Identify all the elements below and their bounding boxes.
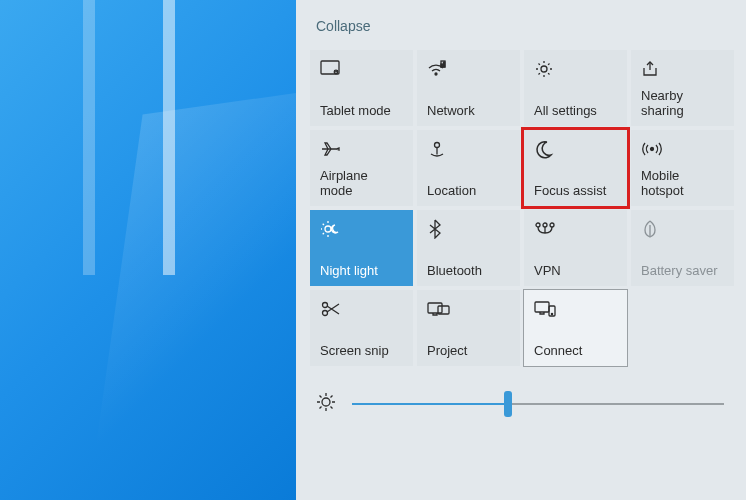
tile-project[interactable]: Project	[417, 290, 520, 366]
svg-point-10	[536, 223, 540, 227]
tile-label: Connect	[534, 344, 617, 358]
leaf-icon	[641, 218, 724, 240]
snip-icon	[320, 298, 403, 320]
tablet-icon	[320, 58, 403, 80]
brightness-thumb[interactable]	[504, 391, 512, 417]
tile-label: Project	[427, 344, 510, 358]
brightness-slider[interactable]	[310, 390, 734, 418]
svg-point-14	[323, 311, 328, 316]
tile-mobile-hotspot[interactable]: Mobile hotspot	[631, 130, 734, 206]
tile-focus-assist[interactable]: Focus assist	[524, 130, 627, 206]
tile-label: VPN	[534, 264, 617, 278]
tile-label: Nearby sharing	[641, 89, 724, 118]
vpn-icon	[534, 218, 617, 240]
desktop-wallpaper	[0, 0, 296, 500]
tile-nearby-sharing[interactable]: Nearby sharing	[631, 50, 734, 126]
tile-label: Network	[427, 104, 510, 118]
svg-point-13	[323, 303, 328, 308]
tile-night-light[interactable]: Night light	[310, 210, 413, 286]
bluetooth-icon	[427, 218, 510, 240]
svg-point-7	[435, 143, 440, 148]
airplane-icon	[320, 138, 403, 160]
brightness-icon	[314, 390, 338, 418]
tile-vpn[interactable]: VPN	[524, 210, 627, 286]
svg-point-20	[322, 398, 330, 406]
tile-airplane-mode[interactable]: Airplane mode	[310, 130, 413, 206]
svg-rect-17	[535, 302, 549, 312]
action-center-panel: Collapse Tablet mode	[296, 0, 746, 500]
night-light-icon	[320, 218, 403, 240]
tile-label: Tablet mode	[320, 104, 403, 118]
connect-icon	[534, 298, 617, 320]
tile-battery-saver[interactable]: Battery saver	[631, 210, 734, 286]
tile-label: Focus assist	[534, 184, 617, 198]
project-icon	[427, 298, 510, 320]
tile-tablet-mode[interactable]: Tablet mode	[310, 50, 413, 126]
svg-point-6	[541, 66, 547, 72]
moon-icon	[534, 138, 617, 160]
tile-label: Battery saver	[641, 264, 724, 278]
tile-bluetooth[interactable]: Bluetooth	[417, 210, 520, 286]
tile-label: Bluetooth	[427, 264, 510, 278]
tile-label: Airplane mode	[320, 169, 403, 198]
tile-all-settings[interactable]: All settings	[524, 50, 627, 126]
svg-point-11	[543, 223, 547, 227]
svg-rect-5	[444, 62, 445, 67]
collapse-link[interactable]: Collapse	[310, 18, 734, 34]
tile-label: Mobile hotspot	[641, 169, 724, 198]
brightness-track[interactable]	[352, 403, 724, 405]
tile-label: Location	[427, 184, 510, 198]
svg-rect-15	[428, 303, 442, 313]
quick-action-tiles: Tablet mode Network	[310, 50, 734, 366]
hotspot-icon	[641, 138, 724, 160]
tile-label: Night light	[320, 264, 403, 278]
tile-label: All settings	[534, 104, 617, 118]
svg-point-12	[550, 223, 554, 227]
tile-label: Screen snip	[320, 344, 403, 358]
brightness-fill	[352, 403, 508, 405]
wifi-icon	[427, 58, 510, 80]
gear-icon	[534, 58, 617, 80]
tile-screen-snip[interactable]: Screen snip	[310, 290, 413, 366]
tile-connect[interactable]: Connect	[524, 290, 627, 366]
svg-point-8	[651, 148, 654, 151]
location-icon	[427, 138, 510, 160]
share-icon	[641, 58, 724, 80]
svg-point-9	[325, 226, 331, 232]
svg-rect-4	[441, 64, 442, 67]
tile-location[interactable]: Location	[417, 130, 520, 206]
tile-network[interactable]: Network	[417, 50, 520, 126]
svg-point-2	[435, 73, 437, 75]
svg-point-19	[551, 313, 552, 314]
